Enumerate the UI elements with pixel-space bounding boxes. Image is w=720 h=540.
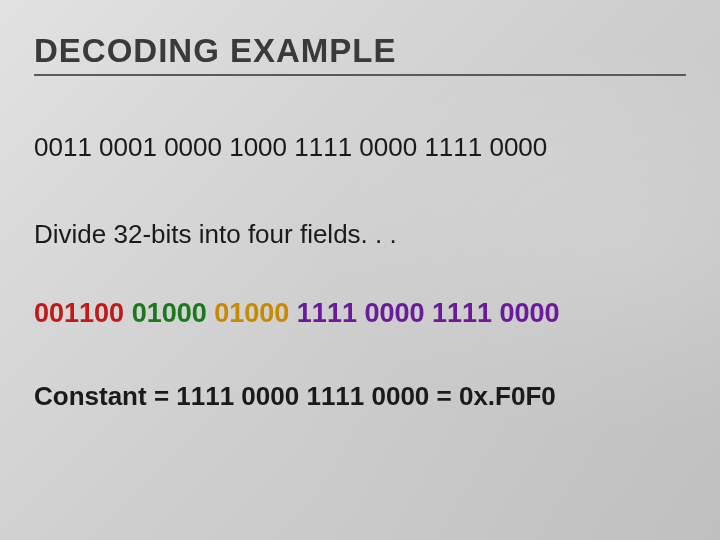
- raw-bits-line: 0011 0001 0000 1000 1111 0000 1111 0000: [34, 132, 686, 163]
- slide: DECODING EXAMPLE 0011 0001 0000 1000 111…: [0, 0, 720, 540]
- slide-content: DECODING EXAMPLE 0011 0001 0000 1000 111…: [0, 0, 720, 412]
- field-2-reg-b: 01000: [214, 298, 289, 328]
- constant-result-line: Constant = 1111 0000 1111 0000 = 0x.F0F0: [34, 381, 686, 412]
- field-0-opcode: 001100: [34, 298, 124, 328]
- field-3-constant: 1111 0000 1111 0000: [297, 298, 560, 328]
- slide-title: DECODING EXAMPLE: [34, 32, 686, 76]
- divide-instruction: Divide 32-bits into four fields. . .: [34, 219, 686, 250]
- field-1-reg-a: 01000: [132, 298, 207, 328]
- colored-fields-line: 001100 01000 01000 1111 0000 1111 0000: [34, 298, 686, 329]
